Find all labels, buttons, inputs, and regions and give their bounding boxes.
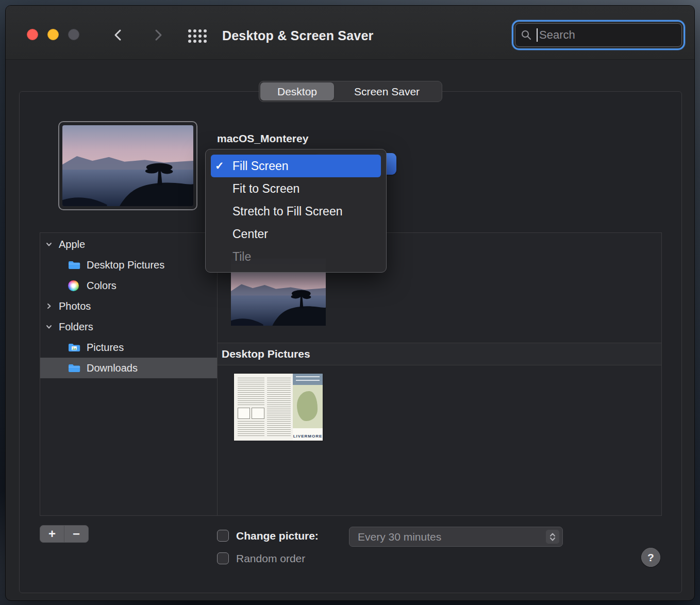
sidebar-group-folders[interactable]: Folders <box>40 316 217 337</box>
sidebar-group-apple[interactable]: Apple <box>40 234 217 255</box>
add-remove-control: + − <box>40 525 89 543</box>
help-button[interactable]: ? <box>641 548 660 567</box>
change-picture-label: Change picture: <box>236 529 319 543</box>
tab-screen-saver[interactable]: Screen Saver <box>334 82 440 100</box>
text-caret <box>537 28 538 42</box>
menu-item-fill-screen[interactable]: ✓ Fill Screen <box>211 155 381 177</box>
search-icon <box>521 29 532 41</box>
wallpaper-preview-image <box>62 125 193 206</box>
checkmark-icon: ✓ <box>215 160 232 172</box>
pictures-folder-icon <box>68 343 80 352</box>
search-focus-ring: Search <box>512 20 685 50</box>
back-button[interactable] <box>112 28 125 42</box>
random-order-checkbox[interactable] <box>217 552 229 564</box>
forward-button[interactable] <box>151 28 164 42</box>
sidebar-item-colors[interactable]: Colors <box>40 275 217 296</box>
color-wheel-icon <box>68 281 80 291</box>
minimize-button[interactable] <box>47 29 59 40</box>
tab-bar: Desktop Screen Saver <box>259 81 442 102</box>
sidebar-group-photos[interactable]: Photos <box>40 296 217 316</box>
search-placeholder: Search <box>539 28 575 42</box>
add-folder-button[interactable]: + <box>40 526 64 542</box>
interval-popup-button[interactable]: Every 30 minutes <box>349 527 563 547</box>
chevron-left-icon <box>112 28 125 42</box>
sidebar-item-desktop-pictures[interactable]: Desktop Pictures <box>40 255 217 275</box>
chevron-right-icon[interactable] <box>45 302 53 310</box>
zoom-button[interactable] <box>68 29 79 40</box>
change-picture-checkbox[interactable] <box>217 530 229 542</box>
folder-icon <box>68 363 80 373</box>
random-order-label: Random order <box>236 552 305 565</box>
wallpaper-name-label: macOS_Monterey <box>217 132 308 145</box>
document-preview: LIVERMORE <box>234 374 323 441</box>
menu-item-center[interactable]: Center <box>211 223 381 245</box>
thumbnail-document[interactable]: LIVERMORE <box>234 374 323 441</box>
chevron-down-icon[interactable] <box>45 241 53 248</box>
sidebar-item-pictures[interactable]: Pictures <box>40 337 217 358</box>
source-list: Apple Desktop Pictures Colors <box>40 233 217 515</box>
close-button[interactable] <box>27 29 38 40</box>
tab-desktop[interactable]: Desktop <box>260 82 334 100</box>
folder-icon <box>68 260 80 270</box>
wallpaper-preview-well[interactable] <box>58 121 197 210</box>
document-caption: LIVERMORE <box>293 434 323 439</box>
menu-item-stretch-to-fill-screen[interactable]: Stretch to Fill Screen <box>211 200 381 223</box>
titlebar: Desktop & Screen Saver Search <box>6 6 694 60</box>
show-all-grid-button[interactable] <box>188 28 207 44</box>
desktop-screensaver-window: Desktop & Screen Saver Search Desktop Sc… <box>5 5 695 601</box>
popup-stepper-icon <box>546 530 559 544</box>
wallpaper-browser: Apple Desktop Pictures Colors <box>40 232 662 516</box>
monterey-wallpaper-art <box>62 125 193 206</box>
wallpaper-detail-panel: Desktop Pictures LIVERMORE <box>217 233 661 515</box>
remove-folder-button[interactable]: − <box>64 526 88 542</box>
window-title: Desktop & Screen Saver <box>222 28 373 43</box>
section-header-desktop-pictures: Desktop Pictures <box>218 343 661 365</box>
chevron-down-icon[interactable] <box>45 323 53 330</box>
search-input[interactable]: Search <box>515 23 682 47</box>
scaling-menu: ✓ Fill Screen Fit to Screen Stretch to F… <box>205 149 387 273</box>
menu-item-fit-to-screen[interactable]: Fit to Screen <box>211 177 381 200</box>
interval-value: Every 30 minutes <box>358 531 546 543</box>
menu-item-tile: Tile <box>211 245 381 268</box>
sidebar-item-downloads[interactable]: Downloads <box>40 358 217 378</box>
chevron-right-icon <box>151 28 164 42</box>
